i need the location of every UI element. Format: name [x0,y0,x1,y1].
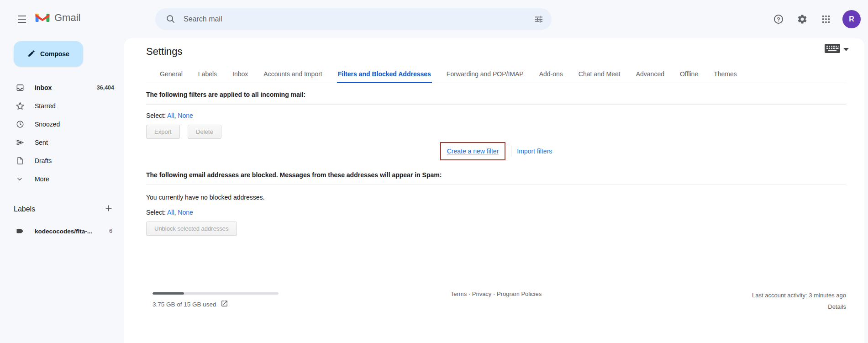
send-icon [16,137,26,148]
blocked-actions-row: Unblock selected addresses [146,222,846,236]
delete-button[interactable]: Delete [188,125,221,139]
external-link-icon[interactable] [221,300,228,309]
footer-links-separator: · [493,290,495,297]
sidebar-item-starred[interactable]: Starred [0,97,124,115]
sidebar: Compose Inbox 36,404 Starred [0,38,124,343]
terms-link[interactable]: Terms [451,290,467,297]
blocked-section-heading: The following email addresses are blocke… [146,164,846,185]
gmail-logo-icon [35,11,50,25]
settings-gear-icon[interactable] [792,9,812,29]
storage-meter [153,292,279,295]
keyboard-icon [825,44,840,55]
input-tools-toggle[interactable] [825,44,849,55]
tab-advanced[interactable]: Advanced [635,65,665,83]
panel-footer: 3.75 GB of 15 GB used Terms · Privacy · … [146,289,846,321]
select-separator: , [174,112,176,119]
account-activity: Last account activity: 3 minutes ago Det… [752,290,846,313]
gmail-logo-text: Gmail [54,12,80,24]
search-icon[interactable] [162,10,180,28]
inbox-count: 36,404 [97,84,114,91]
activity-details-link[interactable]: Details [752,301,846,312]
tab-general[interactable]: General [159,65,184,83]
labels-heading: Labels [14,205,35,213]
program-policies-link[interactable]: Program Policies [497,290,542,297]
select-label: Select: [146,112,166,119]
tab-chat-and-meet[interactable]: Chat and Meet [578,65,621,83]
privacy-link[interactable]: Privacy [472,290,492,297]
label-count: 6 [109,228,112,234]
tab-labels[interactable]: Labels [197,65,218,83]
settings-tabs: General Labels Inbox Accounts and Import… [146,65,846,83]
filter-links-row: Create a new filter Import filters [146,139,846,164]
filters-select-row: Select: All, None [146,112,846,119]
blocked-empty-text: You currently have no blocked addresses. [146,194,846,201]
export-button[interactable]: Export [146,125,180,139]
main-menu-icon[interactable] [11,8,33,30]
unblock-selected-button[interactable]: Unblock selected addresses [146,222,237,236]
select-label: Select: [146,209,166,216]
sidebar-item-snoozed[interactable]: Snoozed [0,115,124,133]
add-label-plus-icon[interactable] [104,204,113,215]
select-separator: , [174,209,176,216]
storage-meter-fill [153,292,184,295]
last-activity-text: Last account activity: 3 minutes ago [752,290,846,301]
blocked-select-row: Select: All, None [146,209,846,216]
tab-accounts-and-import[interactable]: Accounts and Import [263,65,323,83]
tab-add-ons[interactable]: Add-ons [538,65,564,83]
google-apps-grid-icon[interactable] [816,9,836,29]
topbar: Gmail ? [0,0,868,38]
labels-heading-row: Labels [14,204,113,215]
draft-icon [16,156,26,166]
footer-links: Terms · Privacy · Program Policies [451,290,542,297]
tab-themes[interactable]: Themes [713,65,738,83]
compose-button[interactable]: Compose [14,41,83,67]
label-tag-icon [16,226,26,236]
vertical-separator [511,146,511,157]
sidebar-item-inbox[interactable]: Inbox 36,404 [0,79,124,97]
tab-inbox[interactable]: Inbox [231,65,249,83]
select-all-link[interactable]: All [167,112,174,119]
sidebar-item-sent[interactable]: Sent [0,133,124,152]
sidebar-item-more[interactable]: More [0,170,124,188]
gmail-logo: Gmail [35,11,80,25]
chevron-down-icon [16,174,26,184]
page-title: Settings [146,46,846,58]
blocked-select-none-link[interactable]: None [178,209,193,216]
blocked-select-all-link[interactable]: All [167,209,174,216]
inbox-icon [16,83,26,93]
label-name: kodecocodes/flta-... [35,228,106,235]
account-avatar[interactable]: R [842,10,861,28]
search-options-icon[interactable] [530,10,548,28]
select-none-link[interactable]: None [178,112,193,119]
create-new-filter-link[interactable]: Create a new filter [447,148,499,155]
compose-pencil-icon [27,49,36,59]
storage-block: 3.75 GB of 15 GB used [153,290,279,309]
filters-section-heading: The following filters are applied to all… [146,83,846,104]
footer-links-separator: · [468,290,470,297]
storage-used-text: 3.75 GB of 15 GB used [153,301,216,308]
clock-icon [16,119,26,129]
tab-offline[interactable]: Offline [679,65,699,83]
topbar-actions: ? R [768,9,861,29]
search-input[interactable] [183,15,530,24]
tab-filters-and-blocked-addresses[interactable]: Filters and Blocked Addresses [337,65,432,83]
divider [146,185,846,185]
search-bar[interactable] [155,8,552,30]
sidebar-nav: Inbox 36,404 Starred Snoozed [0,79,124,188]
create-filter-annotation-box: Create a new filter [440,142,506,160]
sidebar-label-item[interactable]: kodecocodes/flta-... 6 [0,223,124,239]
help-icon[interactable]: ? [768,9,789,29]
settings-panel: Settings General Labels Inbox Accounts a… [124,38,864,343]
divider [146,104,846,105]
star-icon [16,101,26,111]
tab-forwarding-and-pop-imap[interactable]: Forwarding and POP/IMAP [446,65,525,83]
import-filters-link[interactable]: Import filters [517,148,552,155]
compose-label: Compose [40,50,69,58]
filters-actions-row: Export Delete [146,125,846,139]
sidebar-item-drafts[interactable]: Drafts [0,152,124,170]
input-tools-caret-icon [843,48,849,51]
